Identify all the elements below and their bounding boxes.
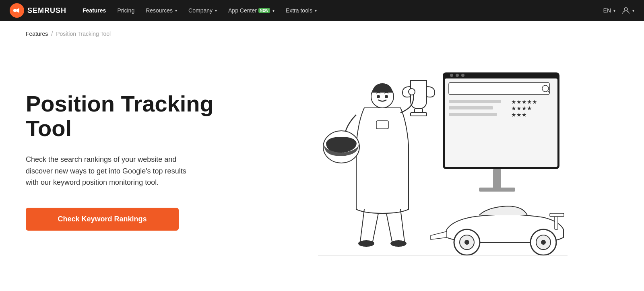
chevron-down-icon: ▾ [175,8,177,13]
breadcrumb-separator: / [51,31,53,37]
nav-extra-tools[interactable]: Extra tools ▾ [281,5,322,16]
svg-text:★★★★★: ★★★★★ [511,99,537,105]
hero-description: Check the search rankings of your websit… [26,154,195,188]
svg-point-33 [464,240,469,245]
chevron-down-icon: ▾ [632,8,634,13]
svg-point-22 [377,95,380,98]
nav-app-center[interactable]: App Center new ▾ [223,5,279,16]
svg-point-1 [13,9,17,12]
svg-text:★★★★: ★★★★ [511,105,532,111]
svg-rect-17 [493,169,501,189]
svg-point-6 [456,74,459,77]
svg-point-7 [461,74,464,77]
nav-resources[interactable]: Resources ▾ [141,5,182,16]
page-title: Position Tracking Tool [26,91,227,141]
svg-point-23 [385,95,388,98]
svg-point-27 [358,240,374,247]
svg-rect-8 [449,83,549,95]
check-keyword-rankings-button[interactable]: Check Keyword Rankings [26,208,179,231]
breadcrumb-features-link[interactable]: Features [26,31,48,37]
language-selector[interactable]: EN ▾ [603,7,615,14]
chevron-down-icon: ▾ [315,8,317,13]
svg-rect-20 [411,113,427,116]
svg-rect-19 [415,109,423,113]
hero-illustration: ★★★★★ ★★★★ ★★★ [243,56,618,266]
svg-rect-30 [550,213,564,217]
chevron-down-icon: ▾ [215,8,217,13]
breadcrumb-current: Position Tracking Tool [56,31,111,37]
svg-rect-13 [449,113,497,116]
chevron-down-icon: ▾ [272,8,275,13]
nav-company[interactable]: Company ▾ [184,5,222,16]
svg-rect-18 [479,188,515,192]
breadcrumb: Features / Position Tracking Tool [0,21,644,40]
main-navigation: SEMRUSH Features Pricing Resources ▾ Com… [0,0,644,21]
nav-features[interactable]: Features [78,5,111,16]
nav-links: Features Pricing Resources ▾ Company ▾ A… [78,5,603,16]
svg-rect-12 [449,106,493,109]
svg-text:★★★: ★★★ [511,111,527,118]
user-menu[interactable]: ▾ [622,6,634,14]
svg-point-28 [390,240,407,247]
logo[interactable]: SEMRUSH [10,3,66,18]
hero-content: Position Tracking Tool Check the search … [26,91,227,231]
logo-text: SEMRUSH [27,6,66,15]
svg-rect-11 [449,100,501,103]
hero-section: Position Tracking Tool Check the search … [0,40,644,290]
nav-pricing[interactable]: Pricing [112,5,139,16]
new-badge: new [258,8,270,13]
svg-point-36 [541,240,546,245]
nav-right: EN ▾ ▾ [603,6,634,14]
svg-point-2 [624,8,627,11]
svg-point-25 [409,89,415,95]
svg-point-5 [450,74,453,77]
chevron-down-icon: ▾ [613,8,615,13]
